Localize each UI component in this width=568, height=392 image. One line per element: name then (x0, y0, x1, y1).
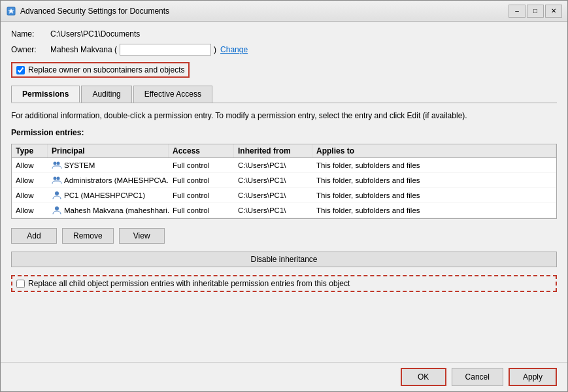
cell-access: Full control (169, 204, 234, 216)
col-inherited: Inherited from (234, 144, 312, 157)
col-applies: Applies to (312, 144, 556, 157)
remove-button[interactable]: Remove (62, 228, 114, 244)
maximize-button[interactable]: □ (527, 5, 544, 18)
owner-close: ) (214, 45, 216, 54)
window-title: Advanced Security Settings for Documents (20, 7, 509, 16)
cancel-button[interactable]: Cancel (452, 368, 503, 386)
close-button[interactable]: ✕ (545, 5, 562, 18)
cell-access: Full control (169, 189, 234, 201)
svg-point-4 (57, 177, 60, 180)
table-row[interactable]: Allow Administrators (MAHESHPC\A... Full… (12, 173, 556, 188)
add-button[interactable]: Add (11, 228, 57, 244)
table-body: Allow SYSTEM Full control C:\Users\PC1\ … (12, 158, 556, 218)
cell-principal: Mahesh Makvana (maheshhari... (48, 203, 169, 218)
cell-inherited: C:\Users\PC1\ (234, 189, 312, 201)
cell-principal: SYSTEM (48, 158, 169, 172)
cell-inherited: C:\Users\PC1\ (234, 204, 312, 216)
cell-applies: This folder, subfolders and files (312, 204, 556, 216)
cell-applies: This folder, subfolders and files (312, 174, 556, 186)
view-button[interactable]: View (119, 228, 165, 244)
cell-inherited: C:\Users\PC1\ (234, 159, 312, 171)
svg-point-3 (54, 177, 57, 180)
main-window: Advanced Security Settings for Documents… (0, 0, 568, 392)
owner-box (120, 44, 211, 56)
table-row[interactable]: Allow Mahesh Makvana (maheshhari... Full… (12, 203, 556, 218)
change-link[interactable]: Change (220, 45, 248, 54)
name-label: Name: (11, 29, 50, 39)
table-row[interactable]: Allow PC1 (MAHESHPC\PC1) Full control C:… (12, 188, 556, 203)
title-bar: Advanced Security Settings for Documents… (1, 1, 567, 22)
action-buttons: Add Remove View (11, 228, 557, 244)
owner-name: Mahesh Makvana ( (50, 45, 117, 54)
replace-owner-checkbox[interactable] (16, 66, 25, 74)
info-text: For additional information, double-click… (11, 111, 557, 120)
ok-button[interactable]: OK (401, 368, 446, 386)
replace-owner-row: Replace owner on subcontainers and objec… (11, 62, 190, 78)
col-type: Type (12, 144, 48, 157)
replace-child-checkbox[interactable] (16, 280, 25, 288)
footer: OK Cancel Apply (1, 362, 567, 391)
cell-access: Full control (169, 159, 234, 171)
user-icon (52, 205, 62, 216)
cell-type: Allow (12, 159, 48, 171)
title-controls: – □ ✕ (509, 5, 562, 18)
cell-type: Allow (12, 174, 48, 186)
svg-point-6 (55, 206, 59, 210)
users-icon (52, 160, 62, 171)
permission-table: Type Principal Access Inherited from App… (11, 144, 557, 219)
minimize-button[interactable]: – (509, 5, 526, 18)
cell-applies: This folder, subfolders and files (312, 159, 556, 171)
cell-principal: Administrators (MAHESHPC\A... (48, 173, 169, 188)
col-access: Access (169, 144, 234, 157)
window-icon (6, 6, 16, 16)
table-row[interactable]: Allow SYSTEM Full control C:\Users\PC1\ … (12, 158, 556, 173)
cell-inherited: C:\Users\PC1\ (234, 174, 312, 186)
svg-point-5 (55, 191, 59, 195)
tab-auditing[interactable]: Auditing (81, 86, 131, 103)
content-area: Name: C:\Users\PC1\Documents Owner: Mahe… (1, 22, 567, 362)
apply-button[interactable]: Apply (509, 368, 557, 386)
svg-point-2 (57, 162, 60, 165)
replace-owner-label: Replace owner on subcontainers and objec… (28, 65, 184, 74)
tab-effective-access[interactable]: Effective Access (133, 86, 212, 103)
table-header: Type Principal Access Inherited from App… (12, 144, 556, 158)
cell-applies: This folder, subfolders and files (312, 189, 556, 201)
name-row: Name: C:\Users\PC1\Documents (11, 29, 557, 39)
owner-label: Owner: (11, 45, 50, 54)
cell-type: Allow (12, 189, 48, 201)
svg-point-1 (54, 162, 57, 165)
cell-access: Full control (169, 174, 234, 186)
disable-inheritance-button[interactable]: Disable inheritance (11, 252, 557, 267)
tab-permissions[interactable]: Permissions (11, 86, 80, 103)
name-value: C:\Users\PC1\Documents (50, 29, 140, 39)
replace-child-label: Replace all child object permission entr… (28, 279, 350, 288)
user-icon (52, 190, 62, 201)
users-icon (52, 175, 62, 186)
owner-row: Owner: Mahesh Makvana ( ) Change (11, 44, 557, 56)
cell-principal: PC1 (MAHESHPC\PC1) (48, 188, 169, 203)
cell-type: Allow (12, 204, 48, 216)
col-principal: Principal (48, 144, 169, 157)
replace-child-row: Replace all child object permission entr… (11, 275, 557, 292)
tab-bar: Permissions Auditing Effective Access (11, 86, 557, 103)
permission-entries-label: Permission entries: (11, 128, 557, 137)
